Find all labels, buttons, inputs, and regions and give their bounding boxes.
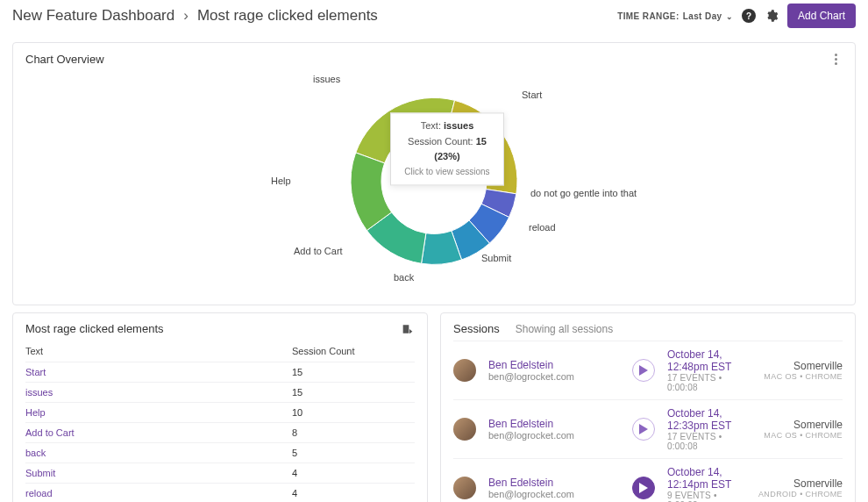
row-text-link[interactable]: Add to Cart [25,427,292,438]
breadcrumb-root[interactable]: New Feature Dashboard [12,7,174,25]
breadcrumb-sep-icon: › [183,7,189,25]
sessions-title: Sessions [453,322,500,335]
chart-label-donot: do not go gentle into that [530,188,637,198]
help-icon[interactable]: ? [742,9,756,23]
row-count: 4 [292,488,415,498]
session-user-link[interactable]: Ben Edelstein [488,477,620,489]
tooltip-text-prefix: Text: [421,120,444,131]
table-row: back5 [25,442,415,463]
row-text-link[interactable]: back [25,448,292,458]
row-text-link[interactable]: issues [25,387,292,398]
session-time-link[interactable]: October 14, 12:14pm EST [667,466,746,491]
time-range-value: Last Day [683,11,722,21]
time-range-selector[interactable]: TIME RANGE: Last Day ⌄ [617,11,733,21]
session-row: Ben Edelsteinben@logrocket.comOctober 14… [453,399,843,458]
avatar [453,418,476,441]
chart-tooltip: Text: issues Session Count: 15 (23%) Cli… [390,112,504,185]
play-session-button[interactable] [632,359,655,382]
session-user-email: ben@logrocket.com [488,489,620,499]
rage-table-title: Most rage clicked elements [25,322,164,335]
table-row: Help10 [25,402,415,422]
table-row: Submit4 [25,463,415,483]
session-env: MAC OS • CHROME [764,372,843,381]
chart-label-issues: issues [313,74,340,84]
table-row: Start15 [25,362,415,382]
chart-label-addcart: Add to Cart [294,246,343,256]
table-row: Add to Cart8 [25,422,415,442]
session-env: MAC OS • CHROME [764,431,843,440]
session-row: Ben Edelsteinben@logrocket.comOctober 14… [453,458,843,502]
table-row: reload4 [25,483,415,502]
chart-label-submit: Submit [481,253,511,263]
session-user-link[interactable]: Ben Edelstein [488,418,620,430]
col-count: Session Count [292,346,415,356]
avatar [453,359,476,382]
row-count: 10 [292,407,415,418]
svg-marker-2 [639,483,648,493]
session-meta: 9 EVENTS • 0:00:02 [667,491,746,502]
session-time-link[interactable]: October 14, 12:33pm EST [667,407,751,432]
row-count: 5 [292,448,415,458]
sessions-panel: Sessions Showing all sessions Ben Edelst… [440,312,856,502]
play-session-button[interactable] [632,477,655,499]
card-menu-icon[interactable] [829,52,843,66]
svg-marker-1 [639,424,648,434]
row-count: 15 [292,367,415,377]
rage-table-panel: Most rage clicked elements Text Session … [12,312,428,502]
session-meta: 17 EVENTS • 0:00:08 [667,373,751,392]
session-user-email: ben@logrocket.com [488,371,620,382]
row-text-link[interactable]: Submit [25,468,292,478]
row-text-link[interactable]: Start [25,367,292,377]
row-count: 8 [292,427,415,438]
chart-overview-card: Chart Overview issues Start Help Add to … [12,42,856,305]
session-user-link[interactable]: Ben Edelstein [488,359,620,371]
session-location: Somerville [764,360,843,372]
breadcrumb-current: Most rage clicked elements [197,7,378,25]
donut-chart[interactable]: issues Start Help Add to Cart back Submi… [267,68,601,297]
row-count: 4 [292,468,415,478]
session-user-email: ben@logrocket.com [488,430,620,441]
table-row: issues15 [25,382,415,402]
breadcrumb: New Feature Dashboard › Most rage clicke… [12,7,378,25]
play-session-button[interactable] [632,418,655,441]
session-location: Somerville [758,477,843,490]
col-text: Text [25,346,292,356]
add-chart-button[interactable]: Add Chart [787,4,856,28]
svg-marker-0 [639,365,648,376]
row-text-link[interactable]: reload [25,488,292,498]
tooltip-text-value: issues [444,120,473,131]
sessions-subtitle: Showing all sessions [516,323,613,335]
chevron-down-icon: ⌄ [726,12,733,21]
session-meta: 17 EVENTS • 0:00:08 [667,432,751,451]
tooltip-hint: Click to view sessions [402,165,493,179]
table-header-row: Text Session Count [25,341,415,362]
time-range-label: TIME RANGE: [617,11,679,21]
chart-overview-title: Chart Overview [25,53,104,66]
session-time-link[interactable]: October 14, 12:48pm EST [667,348,751,373]
session-row: Ben Edelsteinben@logrocket.comOctober 14… [453,341,843,399]
chart-label-reload: reload [529,222,556,233]
row-count: 15 [292,387,415,398]
session-location: Somerville [764,419,843,431]
chart-label-back: back [394,272,414,283]
tooltip-count-prefix: Session Count: [408,136,476,147]
row-text-link[interactable]: Help [25,407,292,418]
export-icon[interactable] [401,323,415,335]
session-env: ANDROID • CHROME [758,490,843,498]
avatar [453,477,476,499]
chart-label-start: Start [522,90,542,100]
gear-icon[interactable] [765,9,779,23]
chart-label-help: Help [271,176,291,186]
